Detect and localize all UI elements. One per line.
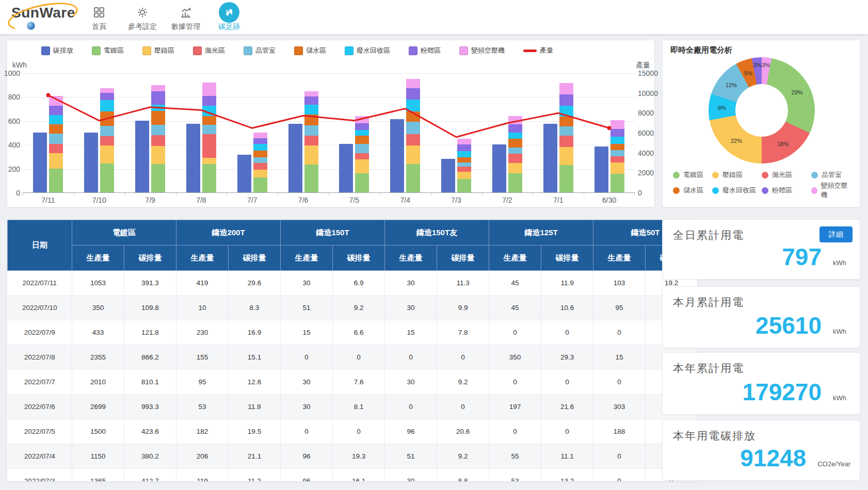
left-axis-tick: 0	[0, 189, 20, 197]
x-axis-label: 7/5	[336, 196, 372, 204]
col-subheader-生產量: 生產量	[489, 246, 541, 271]
dashboard-page: SunWare 首頁參考設定數據管理碳足跡 碳排放電鍍區壓鑄區拋光區品管室儲水區…	[0, 0, 868, 490]
left-axis-tick: 1000	[0, 69, 20, 77]
donut-legend-電鍍區[interactable]: 電鍍區	[673, 170, 712, 179]
detail-button[interactable]: 詳細	[819, 226, 853, 242]
cell-value: 188	[593, 419, 646, 444]
legend-dot	[811, 187, 817, 194]
cell-date: 2022/07/5	[8, 419, 72, 444]
cell-date: 2022/07/11	[8, 271, 72, 296]
legend-dot	[712, 172, 719, 178]
chart-legend: 碳排放電鍍區壓鑄區拋光區品管室儲水區廢水回收區粉體區變頻空壓機產量	[41, 45, 553, 56]
table-row-2022/07/10: 2022/07/10350109.8108.3519.2309.94510.69…	[8, 296, 698, 320]
legend-line-marker	[523, 50, 537, 52]
donut-percent-電鍍區: 29%	[792, 89, 803, 95]
right-axis-tick: 4000	[638, 149, 662, 157]
donut-legend-品管室[interactable]: 品管室	[811, 170, 850, 179]
donut-legend-廢水回收區[interactable]: 廢水回收區	[712, 186, 762, 195]
donut-panel-title: 即時全廠用電分析	[670, 45, 732, 55]
cell-value: 30	[385, 469, 437, 482]
legend-label: 碳排放	[53, 46, 73, 55]
legend-swatch	[193, 46, 202, 55]
col-subheader-碳排量: 碳排量	[124, 246, 176, 271]
legend-item-廢水回收區[interactable]: 廢水回收區	[345, 46, 390, 55]
summary-card-value: 179270	[743, 378, 822, 406]
cell-value: 15.1	[229, 345, 281, 370]
donut-legend-變頻空壓機[interactable]: 變頻空壓機	[811, 181, 850, 200]
legend-item-電鍍區[interactable]: 電鍍區	[92, 46, 124, 55]
cell-value: 2010	[72, 370, 124, 395]
legend-item-變頻空壓機[interactable]: 變頻空壓機	[459, 46, 505, 55]
donut-percent-變頻空壓機: 3%	[762, 62, 770, 68]
legend-label: 電鍍區	[104, 46, 124, 55]
cell-value: 95	[593, 296, 646, 320]
nav-label: 首頁	[92, 22, 106, 31]
cell-value: 30	[281, 395, 333, 419]
summary-card-unit: CO2e/Year	[817, 460, 850, 468]
legend-item-產量[interactable]: 產量	[523, 46, 553, 55]
cell-value: 30	[385, 296, 437, 320]
cell-value: 0	[593, 469, 646, 482]
cell-value: 182	[176, 419, 229, 444]
cell-value: 1150	[72, 444, 124, 469]
donut-legend-粉體區[interactable]: 粉體區	[762, 186, 811, 195]
cell-value: 0	[385, 395, 437, 419]
cell-value: 0	[333, 345, 385, 370]
cell-value: 2355	[72, 345, 124, 370]
cell-value: 15	[593, 345, 646, 370]
table-row-2022/07/6: 2022/07/62699993.35311.9308.10019721.630…	[8, 395, 698, 419]
cell-value: 380.2	[124, 444, 176, 469]
legend-item-碳排放[interactable]: 碳排放	[41, 46, 73, 55]
legend-swatch	[244, 46, 252, 55]
legend-item-儲水區[interactable]: 儲水區	[294, 46, 326, 55]
legend-label: 廢水回收區	[722, 186, 756, 195]
right-axis-tick: 6000	[638, 129, 662, 137]
nav-item-參考設定[interactable]: 參考設定	[121, 0, 164, 34]
cell-value: 9.2	[333, 296, 385, 320]
legend-label: 儲水區	[306, 46, 326, 55]
donut-legend-壓鑄區[interactable]: 壓鑄區	[712, 170, 762, 179]
cell-value: 53	[489, 469, 541, 482]
cell-value: 1053	[72, 271, 124, 296]
cell-value: 1365	[72, 469, 124, 482]
cell-value: 13.2	[541, 469, 593, 482]
nav-label: 碳足跡	[218, 22, 240, 31]
cell-date: 2022/07/7	[8, 370, 72, 395]
legend-label: 廢水回收區	[357, 46, 390, 55]
legend-label: 品管室	[255, 46, 276, 55]
legend-item-壓鑄區[interactable]: 壓鑄區	[142, 46, 174, 55]
cell-value: 30	[281, 271, 333, 296]
donut-percent-品管室: 12%	[726, 82, 737, 88]
legend-item-品管室[interactable]: 品管室	[244, 46, 276, 55]
left-axis-tick: 400	[0, 141, 20, 149]
right-axis-tick: 2000	[638, 169, 662, 177]
cell-value: 0	[281, 345, 333, 370]
table-row-2022/07/3: 2022/07/31365412.711911.29616.1308.85313…	[8, 469, 698, 482]
left-axis-tick: 600	[0, 117, 20, 125]
legend-label: 變頻空壓機	[821, 181, 851, 200]
donut-percent-拋光區: 18%	[777, 141, 789, 147]
legend-swatch	[409, 46, 417, 55]
cell-value: 8.8	[437, 469, 489, 482]
legend-item-粉體區[interactable]: 粉體區	[409, 46, 441, 55]
summary-card-title: 全日累計用電	[673, 228, 744, 242]
production-emission-table-panel: 日期電鍍區鑄造200T鑄造150T鑄造150T友鑄造125T鑄造50T生產量碳排…	[7, 219, 698, 482]
donut-legend-儲水區[interactable]: 儲水區	[673, 186, 712, 195]
summary-card-value: 91248	[740, 444, 806, 472]
cell-value: 866.2	[124, 345, 176, 370]
legend-label: 拋光區	[772, 170, 792, 179]
data-chart-icon	[180, 4, 192, 21]
cell-value: 119	[176, 469, 229, 482]
grid-icon	[93, 4, 105, 21]
donut-legend-拋光區[interactable]: 拋光區	[762, 170, 811, 179]
cell-value: 0	[489, 370, 541, 395]
realtime-power-panel: 即時全廠用電分析 3%29%18%22%8%12%5%3% 電鍍區壓鑄區拋光區品…	[662, 40, 860, 207]
nav-item-碳足跡[interactable]: 碳足跡	[207, 0, 251, 34]
legend-item-拋光區[interactable]: 拋光區	[193, 46, 225, 55]
cell-value: 197	[489, 395, 541, 419]
cell-value: 16.1	[333, 469, 385, 482]
energy-usage-chart-panel: 碳排放電鍍區壓鑄區拋光區品管室儲水區廢水回收區粉體區變頻空壓機產量 kWh 產量…	[7, 40, 655, 207]
nav-item-數據管理[interactable]: 數據管理	[164, 0, 207, 34]
cell-value: 11.9	[541, 271, 593, 296]
cell-value: 7.6	[333, 370, 385, 395]
